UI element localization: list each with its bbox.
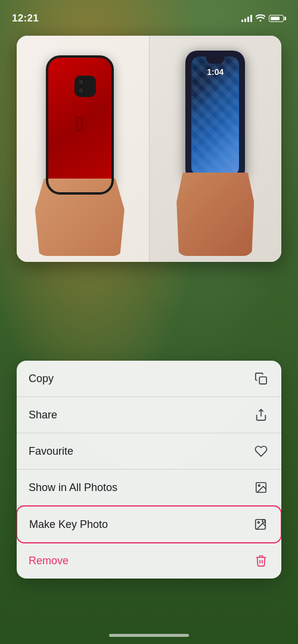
remove-label: Remove xyxy=(29,555,69,567)
show-in-all-photos-label: Show in All Photos xyxy=(29,482,117,494)
status-time: 12:21 xyxy=(12,12,39,24)
copy-label: Copy xyxy=(29,373,54,385)
make-key-photo-label: Make Key Photo xyxy=(29,518,108,531)
photo-card:  1:04 xyxy=(17,36,281,262)
copy-icon xyxy=(253,370,269,387)
lock-screen-time: 1:04 xyxy=(207,67,224,77)
status-icons xyxy=(241,14,286,23)
signal-icon xyxy=(241,15,252,22)
share-label: Share xyxy=(29,409,57,421)
heart-icon xyxy=(253,443,269,459)
menu-item-favourite[interactable]: Favourite xyxy=(17,433,281,470)
trash-icon xyxy=(253,552,269,569)
svg-rect-0 xyxy=(259,377,266,384)
status-bar: 12:21 xyxy=(0,0,298,30)
menu-item-make-key-photo[interactable]: Make Key Photo xyxy=(17,505,281,543)
key-photo-icon xyxy=(252,516,269,533)
favourite-label: Favourite xyxy=(29,445,73,458)
context-menu: Copy Share Favourite Show in All xyxy=(17,361,281,579)
share-icon xyxy=(253,407,269,423)
svg-point-3 xyxy=(258,484,260,486)
apple-logo:  xyxy=(76,111,83,136)
menu-item-show-in-all-photos[interactable]: Show in All Photos xyxy=(17,470,281,506)
photo-right: 1:04 xyxy=(150,36,282,262)
red-phone:  xyxy=(35,45,131,256)
menu-item-copy[interactable]: Copy xyxy=(17,361,281,397)
wifi-icon xyxy=(256,14,265,23)
photos-icon xyxy=(253,479,269,496)
menu-item-share[interactable]: Share xyxy=(17,397,281,433)
svg-point-6 xyxy=(262,520,265,523)
home-indicator xyxy=(109,634,189,637)
svg-point-5 xyxy=(257,521,259,523)
menu-item-remove[interactable]: Remove xyxy=(17,543,281,579)
blue-phone: 1:04 xyxy=(170,42,260,256)
battery-icon xyxy=(269,15,286,22)
photo-left:  xyxy=(17,36,150,262)
